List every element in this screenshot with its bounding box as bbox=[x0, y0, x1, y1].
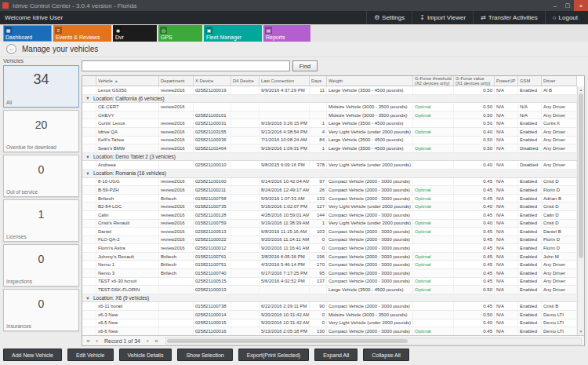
vehicle-row[interactable]: TEST-DSK-FLORIN025821100013Large Vehicle… bbox=[82, 286, 577, 294]
nav-prev-icon[interactable]: ‹ bbox=[93, 337, 101, 345]
group-row[interactable]: ▾Location: Demo Tablet 2 (3 vehicles) bbox=[82, 153, 577, 162]
cell-powerup: N/A bbox=[495, 286, 518, 294]
group-expanded-icon: ▾ bbox=[82, 295, 93, 301]
minimize-icon[interactable]: – bbox=[549, 0, 561, 11]
cell-vehicle: Nemo 1 bbox=[96, 261, 159, 268]
vehicle-row[interactable]: Idrive QAreview20160258211031559/13/2016… bbox=[82, 128, 577, 137]
column-header-x-device[interactable]: X Device bbox=[194, 76, 231, 86]
tab-fleet-manager[interactable]: ▣Fleet Manager bbox=[204, 25, 262, 42]
vehicle-row[interactable]: x6-5 New0258211000159/20/2016 10:31:42 A… bbox=[82, 319, 577, 328]
toolbar-settings-button[interactable]: ⚙Settings bbox=[366, 11, 412, 24]
column-header-gsm[interactable]: GSM bbox=[518, 76, 542, 86]
tab-dvr[interactable]: ◉Dvr bbox=[113, 25, 157, 42]
column-header-driver[interactable]: Driver bbox=[542, 76, 577, 86]
group-row[interactable]: ▾Location: X6 (9 vehicles) bbox=[82, 294, 577, 303]
maximize-icon[interactable]: ▢ bbox=[561, 0, 574, 11]
vertical-scrollbar[interactable]: ▴ ▾ bbox=[577, 86, 584, 335]
vehicle-row[interactable]: B-59-PZHreview20160258211002118/24/2016 … bbox=[82, 186, 577, 195]
toolbar-logout-button[interactable]: ○Logout bbox=[545, 11, 585, 24]
cell-department: review2016 bbox=[159, 186, 194, 194]
vehicle-row[interactable]: Curtis' Lexusreview20160258211000319/19/… bbox=[82, 119, 577, 128]
vehicle-details-button[interactable]: Vehicle Details bbox=[119, 349, 172, 361]
vertical-scrollbar-thumb[interactable] bbox=[579, 93, 583, 258]
toolbar-transfer-activities-button[interactable]: ⇄Transfer Activities bbox=[473, 11, 545, 24]
vehicle-filter-card-licenses[interactable]: 1Licenses bbox=[3, 199, 79, 242]
vehicle-row[interactable]: Kelli's Tahoereview20160258211000367/1/2… bbox=[82, 137, 577, 145]
vehicle-filter-card-insurances[interactable]: 0Insurances bbox=[3, 289, 79, 331]
column-header-d4-device[interactable]: D4 Device bbox=[231, 76, 260, 86]
scroll-down-icon[interactable]: ▾ bbox=[578, 328, 584, 335]
vehicle-row[interactable]: TEST x6-30 bcnoti0258211005155/6/2016 4:… bbox=[82, 278, 577, 287]
vehicle-row[interactable]: FLO-QA-2review20160258211000229/20/2016 … bbox=[82, 236, 577, 245]
nav-last-icon[interactable]: » bbox=[152, 337, 161, 345]
toolbar-import-viewer-button[interactable]: ↧Import Viewer bbox=[412, 11, 473, 24]
vehicle-row[interactable]: 8-10-UGGreview20160258211001006/14/2016 … bbox=[82, 178, 577, 187]
cell-g-force-value: 0.45 bbox=[454, 195, 495, 203]
cell-days: 196 bbox=[310, 253, 327, 261]
vehicle-row[interactable]: Sean's BMWreview20160258211014649/19/201… bbox=[82, 144, 577, 153]
tab-reports[interactable]: ▤Reports bbox=[263, 25, 310, 42]
vehicle-row[interactable]: Florin's Astrareview20160258211000129/20… bbox=[82, 244, 577, 253]
cell-days: 1 bbox=[310, 144, 327, 152]
add-new-vehicle-button[interactable]: Add New Vehicle bbox=[3, 349, 62, 361]
vehicle-filter-card-inspections[interactable]: 0Inspections bbox=[3, 244, 79, 287]
edit-vehicle-button[interactable]: Edit Vehicle bbox=[67, 349, 114, 361]
column-header-last-connection[interactable]: Last Connection bbox=[260, 76, 310, 86]
cell-department bbox=[159, 161, 194, 169]
find-button[interactable]: Find bbox=[292, 60, 318, 71]
vehicle-row[interactable]: Lexus GS350review20160258211000199/9/201… bbox=[82, 86, 577, 95]
vehicle-row[interactable]: Calinreview20160258211001284/28/2016 10:… bbox=[82, 211, 577, 220]
vehicle-row[interactable]: Andreea0258211000109/8/2015 6:09:16 PM37… bbox=[82, 161, 577, 170]
vehicle-filter-card-out-of-service[interactable]: 0Out of service bbox=[3, 155, 79, 197]
group-row[interactable]: ▾Location: Romania (16 vehicles) bbox=[82, 170, 577, 178]
search-input[interactable] bbox=[82, 60, 290, 71]
tab-dashboard[interactable]: ▦Dashboard bbox=[3, 25, 52, 42]
export-print-selected-button[interactable]: Export(Print Selected) bbox=[238, 349, 309, 361]
horizontal-scrollbar[interactable] bbox=[165, 338, 582, 345]
cell-x-device: 025821100513 bbox=[194, 228, 231, 235]
vehicle-row[interactable]: Cristi's Renaultreview20160158211007599/… bbox=[82, 220, 577, 228]
column-header-g-force-threshold[interactable]: G-Force threshold (X2 devices only) bbox=[413, 76, 454, 86]
back-icon[interactable]: ← bbox=[6, 44, 16, 54]
vehicle-row[interactable]: CHEVY025821100101Midsize Vehicle (3000 -… bbox=[82, 111, 577, 120]
vertical-scrollbar-track[interactable] bbox=[578, 93, 584, 328]
column-header-g-force-value[interactable]: G-Force value (X1 devices only) bbox=[454, 76, 495, 86]
cell-weight: Compact Vehicle (2000 - 3000 pounds) bbox=[327, 261, 413, 268]
tab-events-reviews[interactable]: ≡Events & Reviews bbox=[53, 25, 111, 42]
column-header-department[interactable]: Department bbox=[159, 76, 194, 86]
cell-weight: Very Light Vehicle (under 2000 pounds) bbox=[327, 319, 413, 327]
column-header-weight[interactable]: Weight bbox=[327, 76, 413, 86]
vehicle-row[interactable]: CE-CERTreview2016Midsize Vehicle (3000 -… bbox=[82, 103, 577, 111]
nav-next-icon[interactable]: › bbox=[143, 337, 152, 345]
column-header-days[interactable]: Days bbox=[310, 76, 327, 86]
close-icon[interactable]: × bbox=[574, 0, 588, 11]
show-selection-button[interactable]: Show Selection bbox=[177, 349, 232, 361]
sort-asc-icon: ▲ bbox=[114, 78, 118, 83]
cell-days: 0 bbox=[310, 319, 327, 327]
page-title: Manage your vehicles bbox=[22, 45, 98, 53]
vehicle-row[interactable]: x6-11 borati0158211007386/22/2016 2:39:1… bbox=[82, 302, 577, 311]
column-header-powerup[interactable]: PowerUP bbox=[495, 76, 518, 86]
group-row[interactable]: ▾Location: California (6 vehicles) bbox=[82, 95, 577, 104]
dashboard-icon: ▦ bbox=[5, 27, 12, 34]
vehicle-filter-card-overdue-for-download[interactable]: 20Overdue for download bbox=[3, 110, 79, 152]
cell-days: 130 bbox=[310, 327, 327, 335]
vehicle-row[interactable]: BriltechBriltech0158211007585/9/2016 1:0… bbox=[82, 195, 577, 203]
column-header-vehicle[interactable]: Vehicle▲ bbox=[96, 76, 159, 86]
vehicle-row[interactable]: Nemo 3Briltech0158211007406/17/2016 7:17… bbox=[82, 269, 577, 278]
tab-gps[interactable]: ◎GPS bbox=[158, 25, 202, 42]
expand-all-button[interactable]: Expand All bbox=[314, 349, 358, 361]
vehicle-row[interactable]: Johnny's RenaultBriltech0158211007613/8/… bbox=[82, 253, 577, 261]
horizontal-scrollbar-thumb[interactable] bbox=[167, 339, 408, 343]
cell-gsm: N/A bbox=[518, 103, 542, 111]
vehicle-row[interactable]: B2-84-LOCreview20160158211007355/16/2016… bbox=[82, 203, 577, 211]
vehicle-row[interactable]: Danielreview20160258211005136/8/2016 11:… bbox=[82, 228, 577, 236]
nav-first-icon[interactable]: « bbox=[84, 337, 93, 345]
scroll-up-icon[interactable]: ▴ bbox=[578, 86, 584, 93]
vehicle-row[interactable]: x6-3 New0258211000149/20/2016 10:31:42 A… bbox=[82, 311, 577, 319]
vehicle-row[interactable]: x6-6 New0258211000165/13/2016 2:05:18 PM… bbox=[82, 327, 577, 335]
vehicle-filter-card-all[interactable]: 34All bbox=[3, 65, 79, 108]
cell-d4-device bbox=[231, 278, 260, 286]
vehicle-row[interactable]: Nemo 1Briltech0158211007514/3/2016 5:46:… bbox=[82, 261, 577, 269]
collapse-all-button[interactable]: Collapse All bbox=[363, 349, 409, 361]
